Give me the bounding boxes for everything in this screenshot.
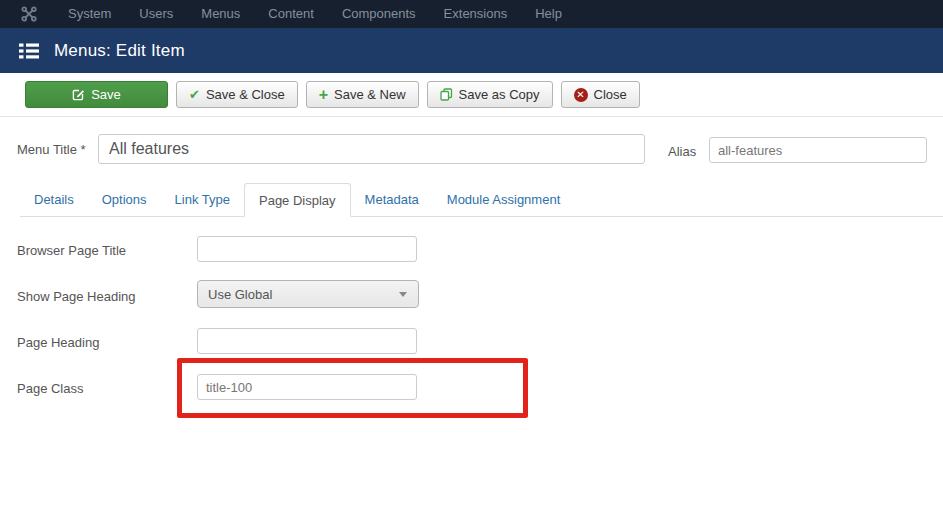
chevron-down-icon [399, 292, 407, 297]
browser-page-title-input[interactable] [197, 236, 417, 262]
nav-item-help[interactable]: Help [521, 0, 576, 28]
page-title: Menus: Edit Item [54, 41, 185, 61]
tab-link-type[interactable]: Link Type [161, 183, 244, 217]
tab-metadata[interactable]: Metadata [351, 183, 433, 217]
save-icon [72, 88, 85, 101]
save-and-new-label: Save & New [334, 87, 406, 102]
copy-icon [440, 88, 453, 101]
show-page-heading-select[interactable]: Use Global [197, 280, 419, 308]
save-and-new-button[interactable]: + Save & New [306, 81, 419, 108]
show-page-heading-label: Show Page Heading [17, 289, 136, 304]
close-icon: ✕ [574, 88, 588, 102]
browser-page-title-label: Browser Page Title [17, 243, 126, 258]
tab-details[interactable]: Details [20, 183, 88, 217]
tab-options[interactable]: Options [88, 183, 161, 217]
tab-page-display[interactable]: Page Display [244, 183, 351, 217]
page-class-input[interactable] [197, 374, 417, 400]
toolbar: Save ✔ Save & Close + Save & New Save as… [0, 73, 943, 117]
top-nav-items: System Users Menus Content Components Ex… [54, 0, 576, 28]
show-page-heading-selected-value: Use Global [208, 287, 399, 302]
plus-icon: + [319, 87, 328, 103]
save-button-label: Save [91, 87, 121, 102]
close-button[interactable]: ✕ Close [561, 81, 640, 108]
close-button-label: Close [594, 87, 627, 102]
save-and-close-button[interactable]: ✔ Save & Close [176, 81, 298, 108]
save-and-close-label: Save & Close [206, 87, 285, 102]
menu-title-label: Menu Title * [17, 142, 86, 157]
page-header: Menus: Edit Item [0, 28, 943, 73]
check-icon: ✔ [189, 87, 200, 102]
nav-item-extensions[interactable]: Extensions [430, 0, 522, 28]
joomla-logo-icon[interactable] [21, 6, 37, 22]
nav-item-system[interactable]: System [54, 0, 125, 28]
menu-list-icon [19, 43, 39, 59]
nav-item-users[interactable]: Users [125, 0, 187, 28]
page-heading-input[interactable] [197, 328, 417, 354]
admin-top-nav: System Users Menus Content Components Ex… [0, 0, 943, 29]
save-button[interactable]: Save [25, 81, 168, 108]
alias-input[interactable] [709, 137, 927, 163]
nav-item-components[interactable]: Components [328, 0, 430, 28]
nav-item-content[interactable]: Content [254, 0, 328, 28]
alias-label: Alias [668, 144, 696, 159]
save-as-copy-label: Save as Copy [459, 87, 540, 102]
menu-title-input[interactable] [98, 134, 645, 164]
tab-module-assignment[interactable]: Module Assignment [433, 183, 574, 217]
nav-item-menus[interactable]: Menus [187, 0, 254, 28]
page-heading-label: Page Heading [17, 335, 99, 350]
joomla-admin-screen: System Users Menus Content Components Ex… [0, 0, 943, 520]
save-as-copy-button[interactable]: Save as Copy [427, 81, 553, 108]
page-class-label: Page Class [17, 381, 83, 396]
edit-item-tabs: Details Options Link Type Page Display M… [20, 182, 943, 217]
